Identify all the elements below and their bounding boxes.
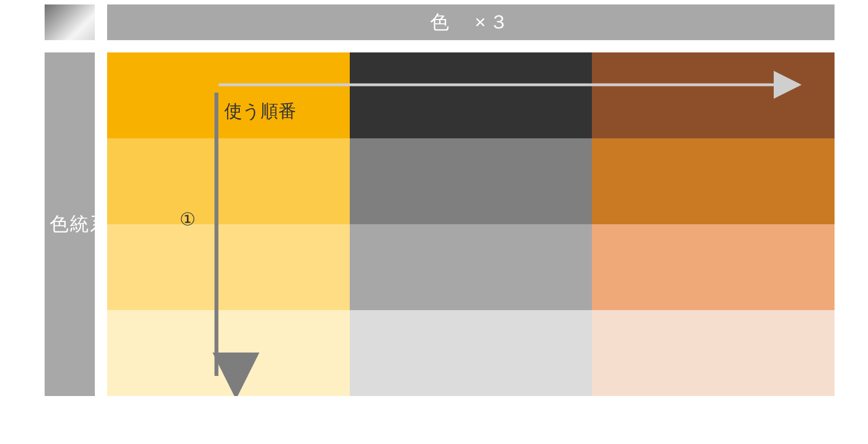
- color-cell-r3-c2: [592, 310, 835, 396]
- color-cell-r2-c0: [107, 224, 350, 310]
- color-cell-r1-c0: [107, 138, 350, 224]
- color-cell-r1-c1: [350, 138, 592, 224]
- color-cell-r1-c2: [592, 138, 835, 224]
- main-row: 系 統 色 ×４ 使う順番 ① ②: [45, 52, 835, 396]
- color-grid: 使う順番 ① ②: [107, 52, 835, 396]
- sidebar-char-2: 色: [50, 211, 70, 237]
- color-cell-r3-c1: [350, 310, 592, 396]
- sidebar-char-3: ×４: [30, 201, 50, 248]
- sidebar-char-1: 統: [70, 211, 90, 237]
- color-cell-r2-c1: [350, 224, 592, 310]
- header-bar: 色 ×３: [107, 4, 835, 40]
- diagram-root: 色 ×３ 系 統 色 ×４: [45, 4, 835, 396]
- color-cell-r2-c2: [592, 224, 835, 310]
- use-order-label: 使う順番: [224, 99, 296, 124]
- color-cell-r0-c0: [107, 52, 350, 138]
- color-cell-r0-c2: [592, 52, 835, 138]
- direction-secondary-label: ②: [447, 86, 464, 107]
- direction-primary-label: ①: [180, 209, 196, 230]
- corner-gradient-swatch: [45, 4, 95, 40]
- color-cell-r3-c0: [107, 310, 350, 396]
- header-label: 色 ×３: [430, 9, 512, 35]
- top-row: 色 ×３: [45, 4, 835, 40]
- color-cell-r0-c1: [350, 52, 592, 138]
- side-bar: 系 統 色 ×４: [45, 52, 95, 396]
